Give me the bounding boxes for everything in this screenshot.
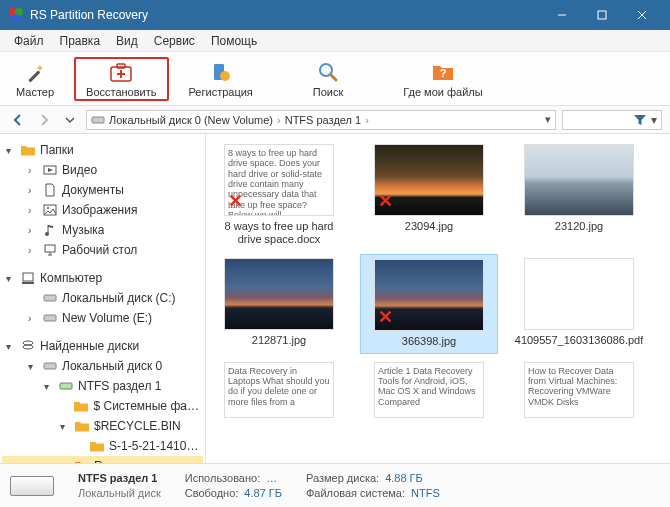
svg-rect-9 — [117, 64, 125, 68]
status-free-label: Свободно: — [185, 487, 239, 499]
register-button[interactable]: Регистрация — [183, 57, 259, 101]
file-grid: 8 ways to free up hard drive space. Does… — [206, 134, 670, 463]
wizard-label: Мастер — [16, 86, 54, 98]
file-212871[interactable]: 212871.jpg — [210, 254, 348, 353]
chevron-down-icon: ▾ — [44, 381, 54, 392]
nav-dropdown-button[interactable] — [60, 110, 80, 130]
tree-local-disk-0[interactable]: ▾Локальный диск 0 — [2, 356, 203, 376]
tree-found-disks[interactable]: ▾Найденные диски — [2, 336, 203, 356]
svg-point-13 — [220, 71, 230, 81]
filter-box[interactable]: ▾ — [562, 110, 662, 130]
drive-icon — [42, 290, 58, 306]
funnel-icon — [633, 113, 647, 127]
file-thumb: ✕ — [374, 259, 484, 331]
chevron-right-icon: › — [28, 225, 38, 236]
tree-ntfs1[interactable]: ▾NTFS раздел 1 — [2, 376, 203, 396]
where-files-button[interactable]: ? Где мои файлы — [397, 57, 488, 101]
tree-computer[interactable]: ▾Компьютер — [2, 268, 203, 288]
breadcrumb[interactable]: Локальный диск 0 (New Volume) › NTFS раз… — [86, 110, 556, 130]
document-icon — [42, 182, 58, 198]
chevron-right-icon: › — [365, 114, 369, 126]
folder-icon — [74, 458, 90, 463]
tree-new-volume-e[interactable]: ›New Volume (E:) — [2, 308, 203, 328]
where-files-label: Где мои файлы — [403, 86, 482, 98]
breadcrumb-dropdown-icon[interactable]: ▾ — [545, 113, 551, 126]
status-free-value: 4.87 ГБ — [244, 487, 282, 499]
svg-rect-11 — [117, 73, 125, 75]
breadcrumb-partition: NTFS раздел 1 — [285, 114, 361, 126]
register-label: Регистрация — [189, 86, 253, 98]
tree-sysfiles[interactable]: $ Системные файлы — [2, 396, 203, 416]
file-pdf-4109557[interactable]: 4109557_1603136086.pdf — [510, 254, 648, 353]
chevron-right-icon: › — [28, 185, 38, 196]
file-366398[interactable]: ✕ 366398.jpg — [360, 254, 498, 353]
breadcrumb-drive: Локальный диск 0 (New Volume) — [109, 114, 273, 126]
file-doc-vm[interactable]: How to Recover Data from Virtual Machine… — [510, 358, 648, 422]
svg-point-30 — [23, 345, 33, 349]
nav-back-button[interactable] — [8, 110, 28, 130]
file-23094[interactable]: ✕ 23094.jpg — [360, 140, 498, 250]
svg-rect-22 — [45, 245, 55, 252]
menu-view[interactable]: Вид — [108, 34, 146, 48]
status-used-label: Использовано: — [185, 472, 261, 484]
toolbar: Мастер Восстановить Регистрация Поиск ? … — [0, 52, 670, 106]
svg-rect-28 — [44, 315, 56, 321]
svg-rect-27 — [44, 295, 56, 301]
menu-help[interactable]: Помощь — [203, 34, 265, 48]
chevron-right-icon: › — [28, 205, 38, 216]
tree-music[interactable]: ›Музыка — [2, 220, 203, 240]
menu-file[interactable]: Файл — [6, 34, 52, 48]
tree-video[interactable]: ›Видео — [2, 160, 203, 180]
disk-icon — [10, 476, 54, 496]
tree-sid[interactable]: S-1-5-21-14104916 — [2, 436, 203, 456]
recover-button[interactable]: Восстановить — [74, 57, 168, 101]
chevron-right-icon: › — [28, 165, 38, 176]
status-fs-label: Файловая система: — [306, 487, 405, 499]
menubar: Файл Правка Вид Сервис Помощь — [0, 30, 670, 52]
file-name: 23094.jpg — [405, 220, 453, 233]
find-label: Поиск — [313, 86, 343, 98]
svg-rect-7 — [28, 70, 40, 82]
chevron-right-icon: › — [28, 245, 38, 256]
file-thumb: How to Recover Data from Virtual Machine… — [524, 362, 634, 418]
tree-recovery[interactable]: Recovery — [2, 456, 203, 463]
drive-icon — [42, 310, 58, 326]
svg-text:?: ? — [440, 67, 447, 79]
file-thumb: Article 1 Data Recovery Tools for Androi… — [374, 362, 484, 418]
music-icon — [42, 222, 58, 238]
close-button[interactable] — [622, 0, 662, 30]
svg-line-15 — [331, 75, 336, 80]
tree-folders[interactable]: ▾Папки — [2, 140, 203, 160]
nav-forward-button[interactable] — [34, 110, 54, 130]
maximize-button[interactable] — [582, 0, 622, 30]
svg-point-20 — [47, 207, 49, 209]
file-doc-8ways[interactable]: 8 ways to free up hard drive space. Does… — [210, 140, 348, 250]
svg-rect-25 — [23, 273, 33, 281]
svg-rect-4 — [598, 11, 606, 19]
folder-icon — [89, 438, 105, 454]
tree-desktop[interactable]: ›Рабочий стол — [2, 240, 203, 260]
svg-point-29 — [23, 341, 33, 345]
drive-icon — [42, 358, 58, 374]
tree-panel: ▾Папки ›Видео ›Документы ›Изображения ›М… — [0, 134, 206, 463]
file-doc-laptops[interactable]: Data Recovery in Laptops What should you… — [210, 358, 348, 422]
tree-recycle[interactable]: ▾$RECYCLE.BIN — [2, 416, 203, 436]
file-doc-article1[interactable]: Article 1 Data Recovery Tools for Androi… — [360, 358, 498, 422]
drive-icon — [91, 113, 105, 127]
register-icon — [209, 60, 233, 84]
svg-rect-31 — [44, 363, 56, 369]
file-23120[interactable]: 23120.jpg — [510, 140, 648, 250]
file-thumb: 8 ways to free up hard drive space. Does… — [224, 144, 334, 216]
tree-documents[interactable]: ›Документы — [2, 180, 203, 200]
menu-service[interactable]: Сервис — [146, 34, 203, 48]
tree-local-c[interactable]: Локальный диск (C:) — [2, 288, 203, 308]
minimize-button[interactable] — [542, 0, 582, 30]
chevron-down-icon: ▾ — [651, 113, 657, 127]
file-name: 23120.jpg — [555, 220, 603, 233]
wizard-button[interactable]: Мастер — [10, 57, 60, 101]
svg-rect-32 — [60, 383, 72, 389]
tree-images[interactable]: ›Изображения — [2, 200, 203, 220]
find-button[interactable]: Поиск — [307, 57, 349, 101]
menu-edit[interactable]: Правка — [52, 34, 109, 48]
status-fs-value: NTFS — [411, 487, 440, 499]
